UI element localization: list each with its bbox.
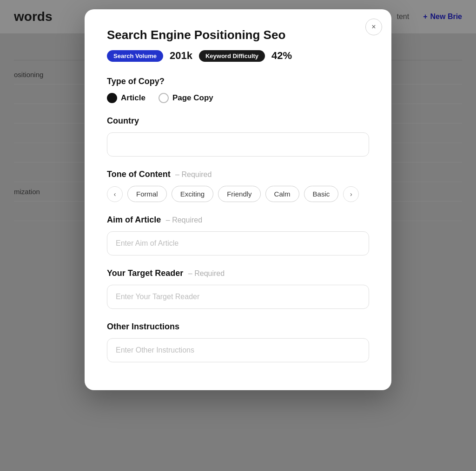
other-label-row: Other Instructions (107, 322, 369, 332)
tone-friendly-label: Friendly (227, 190, 251, 198)
aim-label-row: Aim of Article – Required (107, 215, 369, 225)
other-label: Other Instructions (107, 322, 179, 331)
target-reader-input[interactable] (107, 285, 369, 309)
keyword-difficulty-value: 42% (271, 50, 292, 62)
tone-options: ‹ Formal Exciting Friendly Calm Basic (107, 186, 369, 202)
other-instructions-input[interactable] (107, 338, 369, 362)
modal-title: Search Engine Positioning Seo (107, 28, 369, 42)
tone-label: Tone of Content (107, 170, 171, 179)
tone-chip-friendly[interactable]: Friendly (218, 186, 260, 202)
page-copy-label: Page Copy (172, 93, 213, 103)
aim-required-text: – Required (166, 216, 202, 224)
tone-prev-button[interactable]: ‹ (107, 186, 123, 202)
tone-basic-label: Basic (313, 190, 330, 198)
tone-next-button[interactable]: › (343, 186, 359, 202)
aim-section: Aim of Article – Required (107, 215, 369, 255)
other-instructions-section: Other Instructions (107, 322, 369, 362)
country-section: Country (107, 116, 369, 157)
tone-formal-label: Formal (136, 190, 158, 198)
close-icon: × (371, 23, 376, 31)
target-section: Your Target Reader – Required (107, 268, 369, 309)
tone-chip-exciting[interactable]: Exciting (172, 186, 214, 202)
search-volume-value: 201k (170, 50, 192, 62)
target-required-text: – Required (188, 269, 225, 277)
aim-input[interactable] (107, 231, 369, 255)
search-volume-badge: Search Volume (107, 50, 163, 62)
target-label: Your Target Reader (107, 268, 183, 278)
copy-type-article[interactable]: Article (107, 93, 145, 103)
modal-overlay: × Search Engine Positioning Seo Search V… (0, 0, 476, 471)
keyword-difficulty-badge: Keyword Difficulty (199, 50, 265, 62)
tone-label-row: Tone of Content – Required (107, 170, 369, 179)
chevron-right-icon: › (350, 190, 352, 198)
close-button[interactable]: × (365, 19, 382, 35)
copy-type-options: Article Page Copy (107, 93, 369, 103)
chevron-left-icon: ‹ (114, 190, 116, 198)
tone-required-text: – Required (175, 170, 212, 178)
radio-page-copy-empty (159, 93, 169, 103)
aim-label: Aim of Article (107, 215, 161, 224)
tone-chip-formal[interactable]: Formal (127, 186, 167, 202)
modal-dialog: × Search Engine Positioning Seo Search V… (85, 9, 391, 390)
copy-type-section: Type of Copy? Article Page Copy (107, 77, 369, 103)
target-label-row: Your Target Reader – Required (107, 268, 369, 278)
radio-article-selected (107, 93, 117, 103)
copy-type-page-copy[interactable]: Page Copy (159, 93, 213, 103)
copy-type-label: Type of Copy? (107, 77, 369, 86)
tone-exciting-label: Exciting (180, 190, 205, 198)
tone-section: Tone of Content – Required ‹ Formal Exci… (107, 170, 369, 202)
tone-chip-calm[interactable]: Calm (265, 186, 299, 202)
country-input[interactable] (107, 132, 369, 157)
article-label: Article (121, 93, 145, 103)
tone-chip-basic[interactable]: Basic (304, 186, 339, 202)
tone-calm-label: Calm (274, 190, 291, 198)
modal-badges: Search Volume 201k Keyword Difficulty 42… (107, 50, 369, 62)
country-label: Country (107, 116, 369, 126)
